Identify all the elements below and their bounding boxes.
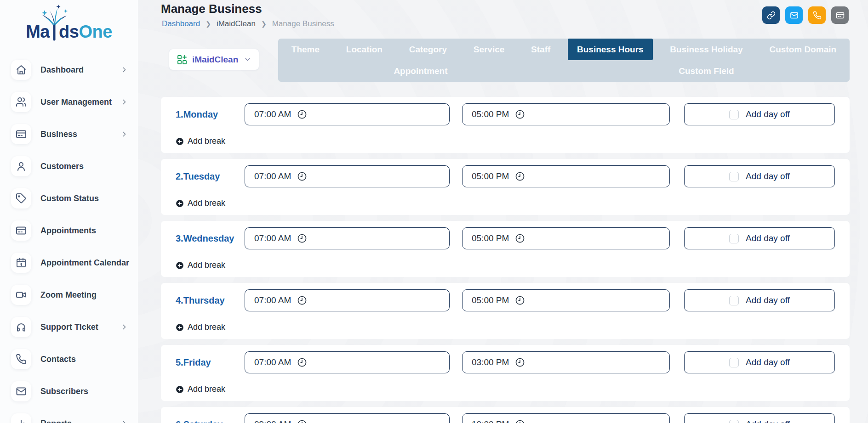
mail-icon xyxy=(790,11,799,20)
add-day-off-box[interactable]: Add day off xyxy=(684,289,835,311)
breadcrumb-separator: ❯ xyxy=(261,20,267,28)
sidebar-item-label: Contacts xyxy=(40,355,128,364)
sidebar-item-dashboard[interactable]: Dashboard xyxy=(0,54,138,86)
sidebar-item-label: Appointment Calendar xyxy=(40,258,129,268)
sidebar-item-contacts[interactable]: Contacts xyxy=(0,343,138,375)
day-row: 3.Wednesday 07:00 AM 05:00 PM Add day of… xyxy=(161,221,850,249)
sidebar-item-reports[interactable]: Reports xyxy=(0,407,138,423)
tab-custom-domain[interactable]: Custom Domain xyxy=(760,39,845,60)
sidebar-item-customers[interactable]: Customers xyxy=(0,150,138,182)
tab-business-hours[interactable]: Business Hours xyxy=(568,39,653,60)
sidebar-item-custom-status[interactable]: Custom Status xyxy=(0,182,138,214)
end-time-input[interactable]: 03:00 PM xyxy=(462,351,670,373)
day-label: 1.Monday xyxy=(176,109,245,120)
breadcrumb-item-imaidclean[interactable]: iMaidClean xyxy=(217,19,256,28)
start-time-input[interactable]: 07:00 AM xyxy=(245,103,450,125)
start-time-input[interactable]: 07:00 AM xyxy=(245,351,450,373)
end-time-value: 05:00 PM xyxy=(472,109,509,119)
phone-icon xyxy=(813,11,822,20)
start-time-input[interactable]: 07:00 AM xyxy=(245,165,450,187)
sidebar-item-subscribers[interactable]: Subscribers xyxy=(0,375,138,407)
plus-circle-icon xyxy=(176,137,184,146)
breadcrumb-item-dashboard[interactable]: Dashboard xyxy=(162,19,200,28)
add-day-off-label: Add day off xyxy=(746,233,790,243)
start-time-value: 09:00 AM xyxy=(254,419,291,423)
add-day-off-label: Add day off xyxy=(746,109,790,119)
clock-icon xyxy=(515,233,525,243)
tab-staff[interactable]: Staff xyxy=(522,39,560,60)
tab-custom-field[interactable]: Custom Field xyxy=(669,60,743,82)
sidebar-item-zoom-meeting[interactable]: Zoom Meeting xyxy=(0,279,138,311)
tab-category[interactable]: Category xyxy=(400,39,456,60)
sidebar-item-business[interactable]: Business xyxy=(0,118,138,150)
start-time-input[interactable]: 07:00 AM xyxy=(245,227,450,249)
add-day-off-checkbox[interactable] xyxy=(729,234,739,243)
end-time-input[interactable]: 05:00 PM xyxy=(462,103,670,125)
sidebar-item-user-management[interactable]: User Management xyxy=(0,86,138,118)
day-row: 5.Friday 07:00 AM 03:00 PM Add day off xyxy=(161,345,850,373)
tab-location[interactable]: Location xyxy=(337,39,392,60)
add-break-link[interactable]: Add break xyxy=(176,198,225,208)
day-row: 6.Saturday 09:00 AM 10:00 PM Add day off xyxy=(161,407,850,423)
tab-appointment[interactable]: Appointment xyxy=(384,60,457,82)
day-card-tuesday: 2.Tuesday 07:00 AM 05:00 PM Add day off … xyxy=(161,159,850,215)
end-time-input[interactable]: 05:00 PM xyxy=(462,289,670,311)
grid-plus-icon xyxy=(177,54,188,65)
start-time-input[interactable]: 07:00 AM xyxy=(245,289,450,311)
sidebar-item-icon-box xyxy=(11,124,31,144)
start-time-input[interactable]: 09:00 AM xyxy=(245,413,450,423)
breadcrumb-separator: ❯ xyxy=(206,20,211,28)
sidebar-item-icon-box xyxy=(11,413,31,423)
plus-circle-icon xyxy=(176,199,184,208)
link-button[interactable] xyxy=(762,6,780,24)
mail-button[interactable] xyxy=(785,6,803,24)
clock-icon xyxy=(515,295,525,305)
sidebar-item-appointment-calendar[interactable]: Appointment Calendar xyxy=(0,247,138,279)
sidebar-item-label: Zoom Meeting xyxy=(40,290,128,300)
sidebar-item-support-ticket[interactable]: Support Ticket xyxy=(0,311,138,343)
add-day-off-checkbox[interactable] xyxy=(729,172,739,181)
add-break-link[interactable]: Add break xyxy=(176,260,225,270)
add-break-link[interactable]: Add break xyxy=(176,384,225,394)
business-selector-dropdown[interactable]: iMaidClean xyxy=(169,49,259,70)
add-day-off-checkbox[interactable] xyxy=(729,358,739,367)
breadcrumb-item-manage-business: Manage Business xyxy=(272,19,334,28)
tab-theme[interactable]: Theme xyxy=(282,39,329,60)
sidebar-item-appointments[interactable]: Appointments xyxy=(0,214,138,247)
day-row: 1.Monday 07:00 AM 05:00 PM Add day off xyxy=(161,97,850,125)
tabbar: ThemeLocationCategoryServiceStaffBusines… xyxy=(278,39,850,82)
end-time-value: 05:00 PM xyxy=(472,295,509,305)
add-break-link[interactable]: Add break xyxy=(176,136,225,146)
add-break-link[interactable]: Add break xyxy=(176,322,225,332)
clock-icon xyxy=(297,419,307,423)
tab-service[interactable]: Service xyxy=(464,39,514,60)
add-day-off-checkbox[interactable] xyxy=(729,420,739,423)
sidebar-item-icon-box xyxy=(11,92,31,112)
phone-button[interactable] xyxy=(808,6,826,24)
sidebar-item-icon-box xyxy=(11,349,31,369)
end-time-input[interactable]: 05:00 PM xyxy=(462,227,670,249)
link-icon xyxy=(767,11,776,20)
add-day-off-checkbox[interactable] xyxy=(729,110,739,119)
add-day-off-checkbox[interactable] xyxy=(729,296,739,305)
clock-icon xyxy=(515,357,525,367)
add-day-off-box[interactable]: Add day off xyxy=(684,103,835,125)
clock-icon xyxy=(515,109,525,119)
start-time-value: 07:00 AM xyxy=(254,109,291,119)
end-time-input[interactable]: 05:00 PM xyxy=(462,165,670,187)
end-time-input[interactable]: 10:00 PM xyxy=(462,413,670,423)
tab-business-holiday[interactable]: Business Holiday xyxy=(661,39,752,60)
sidebar-item-label: Appointments xyxy=(40,226,128,236)
add-day-off-box[interactable]: Add day off xyxy=(684,413,835,423)
card-button[interactable] xyxy=(831,6,849,24)
add-day-off-box[interactable]: Add day off xyxy=(684,227,835,249)
day-label: 6.Saturday xyxy=(176,419,245,423)
sidebar-item-label: Support Ticket xyxy=(40,322,120,332)
sidebar-item-icon-box xyxy=(11,381,31,401)
chevron-right-icon xyxy=(120,420,128,423)
add-day-off-box[interactable]: Add day off xyxy=(684,165,835,187)
credit-card-icon xyxy=(16,129,27,140)
plus-circle-icon xyxy=(176,261,184,270)
tag-icon xyxy=(16,193,27,204)
add-day-off-box[interactable]: Add day off xyxy=(684,351,835,373)
